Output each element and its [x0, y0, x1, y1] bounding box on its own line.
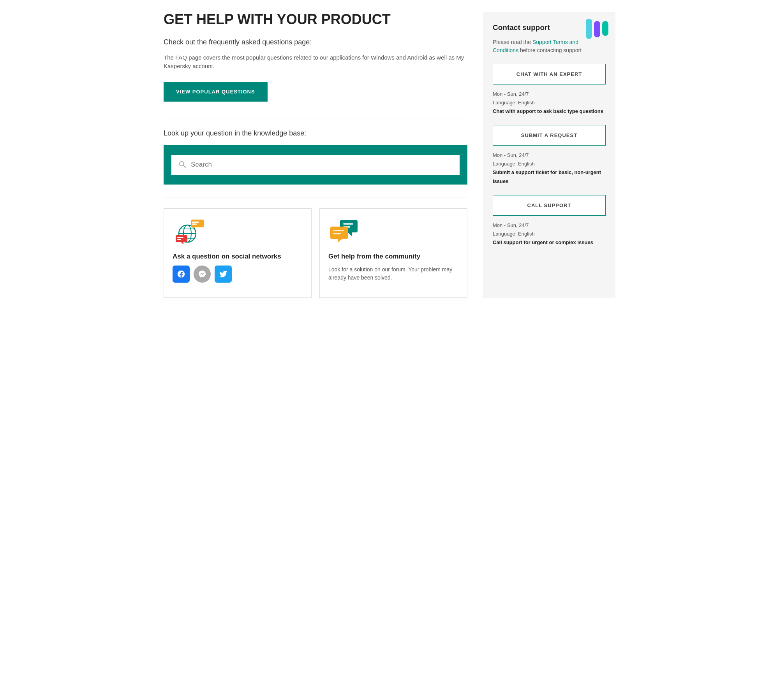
page-wrapper: GET HELP WITH YOUR PRODUCT Check out the… — [156, 0, 623, 310]
knowledge-base-label: Look up your question in the knowledge b… — [164, 129, 467, 137]
svg-marker-20 — [338, 239, 342, 242]
social-networks-card: Ask a question on social networks — [164, 208, 312, 298]
kaspersky-logo — [586, 19, 608, 39]
sidebar-terms: Please read the Support Terms and Condit… — [493, 38, 606, 55]
logo-bar-purple — [594, 21, 600, 37]
search-input[interactable] — [191, 161, 453, 169]
community-card-title: Get help from the community — [328, 252, 458, 261]
chat-with-expert-button[interactable]: CHAT WITH AN EXPERT — [493, 64, 606, 84]
community-card-desc: Look for a solution on our forum. Your p… — [328, 266, 458, 282]
svg-rect-10 — [192, 223, 197, 225]
faq-label: Check out the frequently asked questions… — [164, 38, 467, 46]
submit-request-button[interactable]: SUBMIT A REQUEST — [493, 125, 606, 146]
submit-request-meta: Mon - Sun, 24/7 Language: English Submit… — [493, 151, 606, 185]
search-icon — [178, 160, 186, 169]
logo-bar-cyan — [586, 19, 592, 39]
social-buttons-row — [173, 266, 303, 283]
social-networks-icon — [173, 218, 208, 245]
section-divider-2 — [164, 197, 467, 197]
svg-marker-16 — [348, 232, 352, 236]
svg-line-1 — [183, 165, 186, 167]
view-popular-questions-button[interactable]: VIEW POPULAR QUESTIONS — [164, 82, 268, 102]
facebook-button[interactable] — [173, 266, 190, 283]
faq-description: The FAQ page covers the most popular que… — [164, 53, 467, 71]
page-title: GET HELP WITH YOUR PRODUCT — [164, 12, 467, 27]
section-divider-1 — [164, 118, 467, 118]
chat-expert-meta: Mon - Sun, 24/7 Language: English Chat w… — [493, 90, 606, 116]
svg-rect-11 — [176, 235, 187, 242]
social-networks-icon-area — [173, 218, 303, 245]
svg-rect-21 — [333, 230, 344, 231]
community-card: Get help from the community Look for a s… — [319, 208, 467, 298]
logo-bar-teal — [602, 21, 608, 36]
community-icon — [328, 218, 363, 245]
call-support-meta: Mon - Sun, 24/7 Language: English Call s… — [493, 221, 606, 247]
main-content: GET HELP WITH YOUR PRODUCT Check out the… — [164, 12, 483, 298]
call-support-button[interactable]: CALL SUPPORT — [493, 195, 606, 216]
svg-rect-17 — [343, 223, 353, 225]
svg-marker-12 — [181, 242, 183, 244]
community-icon-area — [328, 218, 458, 245]
svg-rect-13 — [177, 237, 183, 238]
svg-rect-14 — [177, 239, 181, 240]
contact-support-sidebar: Contact support Please read the Support … — [483, 12, 615, 298]
social-networks-card-title: Ask a question on social networks — [173, 252, 303, 261]
search-box — [171, 155, 460, 175]
cards-row: Ask a question on social networks — [164, 208, 467, 298]
twitter-button[interactable] — [215, 266, 232, 283]
messenger-button[interactable] — [194, 266, 211, 283]
svg-rect-9 — [192, 222, 199, 223]
svg-rect-22 — [333, 233, 341, 234]
search-container — [164, 145, 467, 185]
